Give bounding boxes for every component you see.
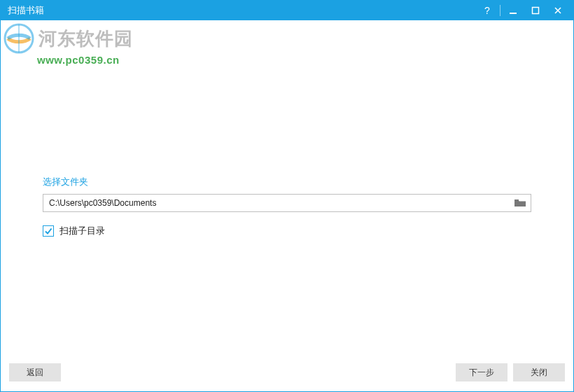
globe-icon [2, 22, 36, 55]
scan-subfolders-label: 扫描子目录 [59, 225, 105, 237]
content-area: 河东软件园 www.pc0359.cn 选择文件夹 [1, 20, 573, 360]
browse-folder-button[interactable] [510, 195, 531, 211]
minimize-button[interactable] [502, 1, 524, 20]
watermark-brand-text: 河东软件园 [38, 27, 133, 51]
next-button[interactable]: 下一步 [456, 363, 507, 382]
select-folder-label: 选择文件夹 [43, 176, 531, 188]
maximize-button[interactable] [524, 1, 547, 20]
window-controls: ? [476, 1, 569, 20]
help-button[interactable]: ? [476, 1, 498, 20]
scan-subfolders-checkbox[interactable] [43, 225, 54, 237]
titlebar-separator [500, 5, 500, 16]
watermark-logo: 河东软件园 [2, 22, 133, 55]
back-button[interactable]: 返回 [9, 363, 61, 382]
window-title: 扫描书籍 [8, 4, 44, 17]
watermark: 河东软件园 www.pc0359.cn [2, 22, 133, 66]
scan-subfolders-row: 扫描子目录 [43, 225, 531, 237]
folder-path-input[interactable] [43, 195, 510, 211]
svg-rect-7 [514, 200, 519, 201]
svg-text:?: ? [484, 6, 490, 15]
close-button[interactable] [547, 1, 569, 20]
footer: 返回 下一步 关闭 [1, 360, 573, 391]
close-footer-button[interactable]: 关闭 [513, 363, 565, 382]
watermark-url: www.pc0359.cn [37, 54, 133, 66]
folder-path-row [43, 194, 531, 212]
form-area: 选择文件夹 扫描子目录 [43, 176, 531, 237]
window-root: 扫描书籍 ? [0, 0, 574, 392]
svg-rect-1 [510, 13, 517, 14]
svg-point-5 [5, 24, 33, 52]
folder-icon [514, 198, 526, 208]
titlebar: 扫描书籍 ? [1, 1, 573, 20]
check-icon [44, 227, 52, 235]
svg-rect-2 [533, 8, 539, 14]
